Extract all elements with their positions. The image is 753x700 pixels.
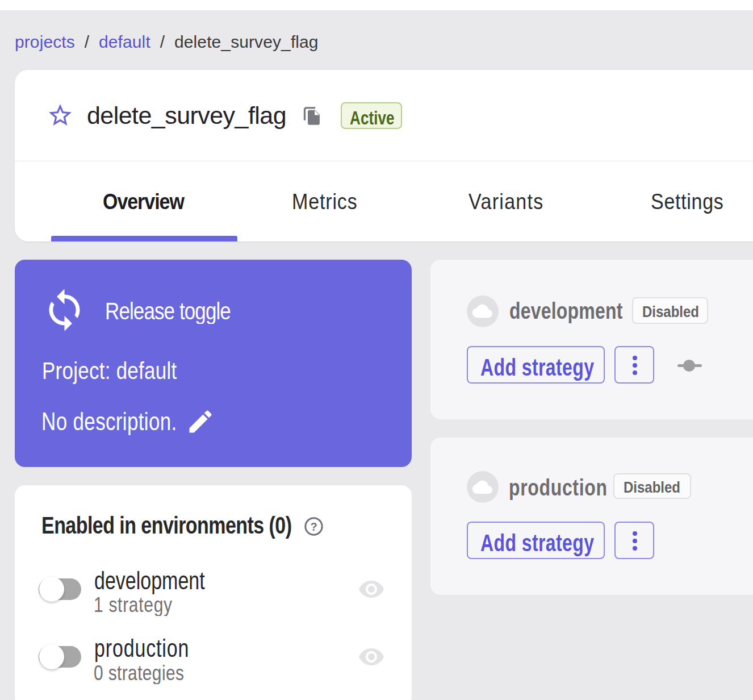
svg-text:?: ? bbox=[310, 520, 317, 533]
